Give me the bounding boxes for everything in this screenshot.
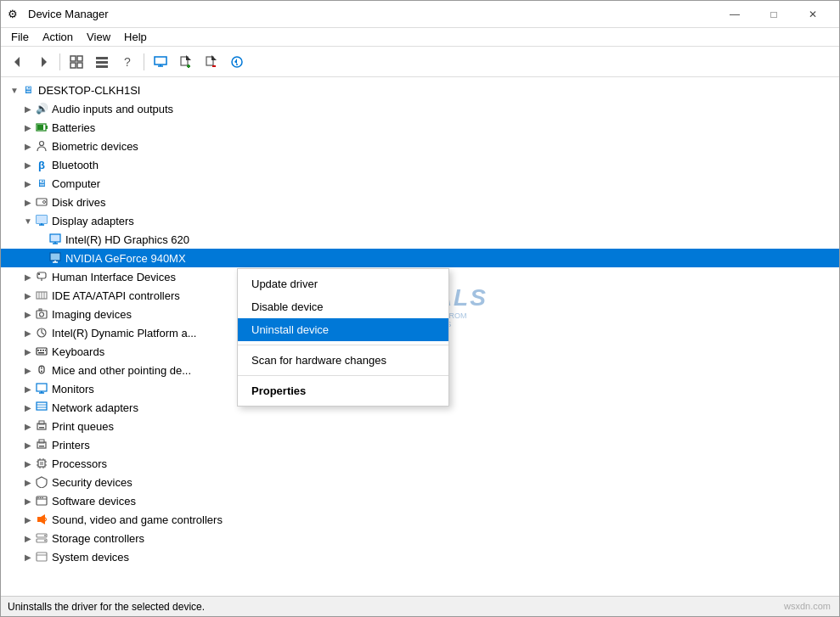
audio-arrow[interactable]: ▶ <box>21 104 35 114</box>
remove-driver-button[interactable] <box>200 50 223 74</box>
menu-view[interactable]: View <box>80 29 117 45</box>
menu-help[interactable]: Help <box>117 29 154 45</box>
tree-item-software[interactable]: ▶ Software devices <box>1 491 839 510</box>
processors-arrow[interactable]: ▶ <box>21 459 35 468</box>
help-button[interactable]: ? <box>116 50 139 74</box>
hid-arrow[interactable]: ▶ <box>21 272 35 282</box>
window-icon: ⚙ <box>8 8 21 21</box>
tree-item-biometric[interactable]: ▶ Biometric devices <box>1 137 839 155</box>
tree-item-security[interactable]: ▶ Security devices <box>1 473 839 491</box>
window-controls: — □ ✕ <box>715 1 832 28</box>
svg-rect-3 <box>77 56 82 61</box>
sound-arrow[interactable]: ▶ <box>21 515 35 524</box>
tree-item-printers[interactable]: ▶ Printers <box>1 435 839 454</box>
storage-icon <box>35 531 48 545</box>
update-driver-button[interactable] <box>225 50 249 74</box>
context-properties[interactable]: Properties <box>238 379 448 402</box>
context-uninstall-device[interactable]: Uninstall device <box>238 318 448 341</box>
software-icon <box>35 494 48 508</box>
svg-rect-32 <box>50 234 60 242</box>
svg-line-50 <box>42 333 44 334</box>
network-arrow[interactable]: ▶ <box>21 403 35 412</box>
mice-arrow[interactable]: ▶ <box>21 366 35 375</box>
keyboards-arrow[interactable]: ▶ <box>21 347 35 356</box>
svg-rect-4 <box>70 63 76 68</box>
svg-rect-63 <box>37 402 47 410</box>
print-queue-arrow[interactable]: ▶ <box>21 422 35 431</box>
add-driver-button[interactable] <box>174 50 198 74</box>
tree-item-print-queue[interactable]: ▶ Print queues <box>1 417 839 435</box>
disk-arrow[interactable]: ▶ <box>21 198 35 207</box>
svg-rect-23 <box>46 126 48 129</box>
software-arrow[interactable]: ▶ <box>21 496 35 506</box>
svg-rect-52 <box>37 350 39 351</box>
tree-item-batteries[interactable]: ▶ Batteries <box>1 118 839 137</box>
svg-point-59 <box>41 371 42 373</box>
audio-icon: 🔊 <box>35 102 48 115</box>
close-button[interactable]: ✕ <box>793 1 832 28</box>
system-icon <box>35 550 48 564</box>
security-label: Security devices <box>52 476 132 489</box>
svg-rect-87 <box>37 517 41 522</box>
ide-arrow[interactable]: ▶ <box>21 291 35 300</box>
back-button[interactable] <box>6 50 30 74</box>
storage-arrow[interactable]: ▶ <box>21 534 35 543</box>
tree-item-computer[interactable]: ▶ 🖥 Computer <box>1 174 839 193</box>
software-label: Software devices <box>52 495 136 508</box>
biometric-label: Biometric devices <box>52 140 138 153</box>
status-text: Uninstalls the driver for the selected d… <box>8 601 205 613</box>
toolbar-sep-1 <box>59 53 60 70</box>
status-bar: Uninstalls the driver for the selected d… <box>1 596 839 616</box>
forward-button[interactable] <box>31 50 55 74</box>
intel-hd-icon <box>48 233 62 246</box>
batteries-arrow[interactable]: ▶ <box>21 123 35 132</box>
security-arrow[interactable]: ▶ <box>21 478 35 487</box>
svg-rect-71 <box>39 446 44 447</box>
tree-item-disk[interactable]: ▶ Disk drives <box>1 193 839 211</box>
tree-item-nvidia[interactable]: NVIDIA GeForce 940MX <box>1 249 839 267</box>
context-scan-hardware[interactable]: Scan for hardware changes <box>238 349 448 372</box>
tree-item-storage[interactable]: ▶ Storage controllers <box>1 529 839 547</box>
svg-rect-56 <box>38 352 44 354</box>
list-view-button[interactable] <box>90 50 114 74</box>
intel-dyn-label: Intel(R) Dynamic Platform a... <box>52 327 197 339</box>
nvidia-label: NVIDIA GeForce 940MX <box>65 252 186 265</box>
biometric-arrow[interactable]: ▶ <box>21 142 35 151</box>
svg-rect-9 <box>155 57 166 65</box>
svg-point-86 <box>42 497 43 499</box>
printers-arrow[interactable]: ▶ <box>21 440 35 450</box>
root-collapse-arrow[interactable]: ▼ <box>8 86 21 95</box>
svg-point-91 <box>44 535 46 536</box>
system-arrow[interactable]: ▶ <box>21 552 35 562</box>
intel-dyn-arrow[interactable]: ▶ <box>21 328 35 338</box>
svg-rect-47 <box>39 309 42 311</box>
tree-item-bluetooth[interactable]: ▶ β Bluetooth <box>1 155 839 174</box>
maximize-button[interactable]: □ <box>754 1 793 28</box>
computer-button[interactable] <box>149 50 172 74</box>
show-hidden-button[interactable] <box>65 50 88 74</box>
tree-item-intel-hd[interactable]: Intel(R) HD Graphics 620 <box>1 230 839 249</box>
network-label: Network adapters <box>52 401 138 414</box>
svg-rect-35 <box>50 253 60 261</box>
context-disable-device[interactable]: Disable device <box>238 295 448 318</box>
tree-item-sound[interactable]: ▶ Sound, video and game controllers <box>1 510 839 529</box>
tree-item-audio[interactable]: ▶ 🔊 Audio inputs and outputs <box>1 99 839 118</box>
svg-rect-55 <box>45 350 46 351</box>
svg-marker-1 <box>42 57 47 67</box>
tree-item-display[interactable]: ▼ Display adapters <box>1 211 839 230</box>
tree-item-processors[interactable]: ▶ Processors <box>1 454 839 473</box>
computer-arrow[interactable]: ▶ <box>21 179 35 188</box>
context-update-driver[interactable]: Update driver <box>238 272 448 295</box>
display-arrow[interactable]: ▼ <box>21 216 35 226</box>
menu-file[interactable]: File <box>4 29 36 45</box>
svg-point-25 <box>40 142 44 146</box>
minimize-button[interactable]: — <box>715 1 754 28</box>
menu-action[interactable]: Action <box>36 29 80 45</box>
keyboards-icon <box>35 345 48 358</box>
batteries-label: Batteries <box>52 121 95 134</box>
tree-root[interactable]: ▼ 🖥 DESKTOP-CLKH1SI <box>1 81 839 99</box>
imaging-arrow[interactable]: ▶ <box>21 310 35 319</box>
monitors-arrow[interactable]: ▶ <box>21 384 35 394</box>
bluetooth-arrow[interactable]: ▶ <box>21 160 35 170</box>
tree-item-system[interactable]: ▶ System devices <box>1 547 839 566</box>
